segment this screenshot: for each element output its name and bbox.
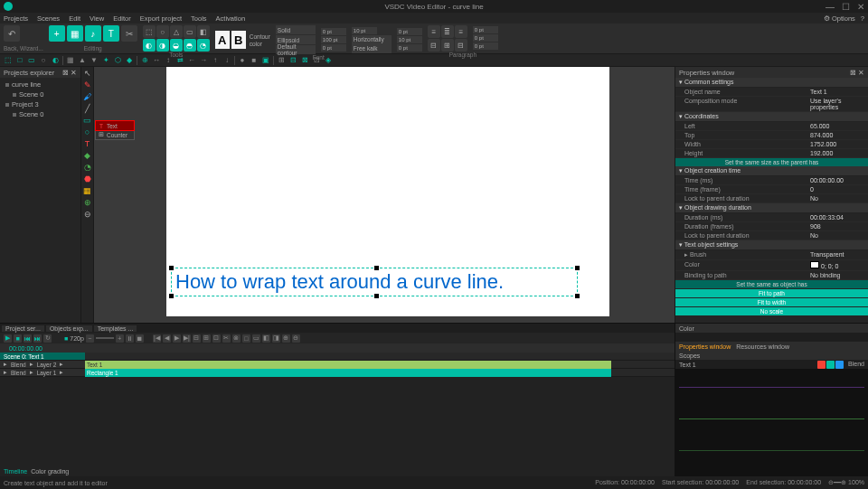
prop-value[interactable]: Use layer's properties	[810, 98, 864, 110]
same-size-button[interactable]: Set the same size as the parent has	[675, 158, 868, 166]
timeline-tab[interactable]: Timeline	[4, 468, 27, 475]
menu-tools[interactable]: Tools	[191, 14, 207, 23]
prop-value[interactable]: No	[810, 195, 864, 202]
size-spinner[interactable]: 10 pt	[397, 36, 422, 43]
next-button[interactable]: ⏭	[33, 334, 42, 343]
tool-icon[interactable]: ✦	[101, 56, 110, 65]
prop-value[interactable]: 0; 0; 0	[810, 261, 864, 269]
tool-icon[interactable]: ◔	[197, 39, 210, 52]
tool-icon[interactable]: ▦	[83, 186, 92, 195]
tl-button[interactable]: ◨	[272, 334, 280, 343]
ctx-menu-text[interactable]: TText	[96, 121, 134, 130]
align-icon[interactable]: ⊟	[455, 39, 467, 52]
size-spinner[interactable]: 100 pt	[321, 36, 346, 43]
tool-icon[interactable]: ⬣	[83, 174, 92, 183]
size-spinner[interactable]: 0 pt	[321, 44, 346, 52]
tool-icon[interactable]: ↔	[152, 56, 161, 65]
back-wizard-icon[interactable]: ↶	[4, 25, 20, 42]
tree-item[interactable]: Project 3	[2, 99, 79, 109]
tool-icon[interactable]: △	[170, 25, 183, 38]
minimize-button[interactable]: —	[826, 2, 835, 12]
tl-button[interactable]: □	[242, 334, 250, 343]
ellipse-tool-icon[interactable]: ○	[83, 127, 92, 136]
close-button[interactable]: ✕	[857, 2, 864, 12]
bottom-tab[interactable]: Templates ...	[94, 325, 137, 332]
tool-icon[interactable]: ⊡	[312, 56, 321, 65]
tl-button[interactable]: |◀	[153, 334, 161, 343]
tool-icon[interactable]: ⊠	[300, 56, 309, 65]
section-header[interactable]: ▾ Text object settings	[675, 240, 868, 250]
menu-edit[interactable]: Edit	[69, 14, 80, 23]
tool-icon[interactable]: ⇄	[175, 56, 184, 65]
fit-path-button[interactable]: Fit to path	[675, 289, 868, 297]
cursor-tool-icon[interactable]: ↖	[83, 69, 92, 78]
zoom-in-button[interactable]: +	[116, 334, 124, 343]
tl-button[interactable]: ✂	[222, 334, 231, 343]
text-object-selected[interactable]: How to wrap text around a curve line.	[171, 268, 578, 296]
tool-icon[interactable]: ▲	[78, 56, 87, 65]
horizontal-dropdown[interactable]: Horizontally	[352, 35, 392, 44]
tool-icon[interactable]: ▼	[90, 56, 99, 65]
resources-tab[interactable]: Properties window	[679, 343, 731, 350]
tool-icon[interactable]: ◈	[324, 56, 333, 65]
scopes-item[interactable]: Text 1	[679, 362, 696, 368]
prop-value[interactable]: 65.000	[810, 123, 864, 129]
panel-close-icon[interactable]: ⊠ ✕	[62, 69, 77, 77]
size-spinner[interactable]: 0 pt	[473, 34, 498, 42]
style-dropdown[interactable]: Default contour	[276, 45, 316, 54]
tool-icon[interactable]: ■	[250, 56, 259, 65]
panel-close-icon[interactable]: ⊠ ✕	[850, 69, 864, 77]
prop-value[interactable]: Text 1	[810, 89, 864, 95]
tool-icon[interactable]: ○	[156, 25, 169, 38]
section-header[interactable]: ▾ Object creation time	[675, 166, 868, 176]
text-style-b-button[interactable]: B	[231, 31, 246, 49]
tl-button[interactable]: ▶|	[183, 334, 191, 343]
status-zoom[interactable]: ⊖━━⊕ 100%	[828, 479, 864, 486]
prev-button[interactable]: ⏮	[24, 334, 32, 343]
tool-icon[interactable]: ◓	[184, 39, 196, 52]
menu-activation[interactable]: Activation	[216, 14, 246, 23]
menu-export-project[interactable]: Export project	[140, 14, 182, 23]
tool-icon[interactable]: ⬚	[143, 25, 156, 38]
pie-tool-icon[interactable]: ◔	[83, 163, 92, 172]
tool-icon[interactable]: ▣	[261, 56, 270, 65]
section-header[interactable]: ▾ Coordinates	[675, 112, 868, 122]
tool-icon[interactable]: ●	[238, 56, 247, 65]
size-spinner[interactable]: 0 pt	[473, 42, 498, 50]
align-icon[interactable]: ⊟	[428, 39, 440, 52]
cut-button[interactable]: ✂	[121, 25, 137, 42]
line-tool-icon[interactable]: ╱	[83, 104, 92, 113]
scene-title[interactable]: Scene 0: Text 1	[4, 353, 44, 360]
size-spinner[interactable]: 10 pt	[352, 27, 377, 34]
stop-button[interactable]: ■	[14, 334, 22, 343]
menu-scenes[interactable]: Scenes	[37, 14, 60, 23]
prop-value[interactable]: 0	[810, 186, 864, 193]
loop-button[interactable]: ↻	[43, 334, 52, 343]
prop-value[interactable]: 908	[810, 223, 864, 230]
blend-dropdown[interactable]: Blend	[11, 370, 26, 376]
tl-button[interactable]: ⊟	[193, 334, 201, 343]
tree-item[interactable]: Scene 0	[2, 89, 79, 99]
section-header[interactable]: ▾ Object drawing duration	[675, 203, 868, 213]
rect-tool-icon[interactable]: ▭	[83, 116, 92, 125]
pen-tool-icon[interactable]: ✎	[83, 80, 92, 89]
prop-value[interactable]: No binding	[810, 272, 864, 278]
prop-value[interactable]: 192.000	[810, 150, 864, 156]
timeline-clip[interactable]: Text 1	[85, 361, 611, 369]
text-style-a-button[interactable]: A	[215, 31, 230, 49]
timeline-clip[interactable]: Rectangle 1	[85, 369, 611, 377]
layer-dropdown[interactable]: Layer 2	[37, 362, 57, 368]
tool-icon[interactable]: ⊕	[140, 56, 149, 65]
align-icon[interactable]: ≣	[441, 25, 454, 38]
size-spinner[interactable]: 0 pt	[473, 26, 498, 33]
tool-icon[interactable]: ⊖	[83, 210, 92, 219]
blend-dropdown[interactable]: Blend	[11, 362, 26, 368]
tool-icon[interactable]: ←	[187, 56, 196, 65]
tl-button[interactable]: ◀	[163, 334, 171, 343]
tool-icon[interactable]: ↕	[164, 56, 173, 65]
tool-icon[interactable]: ◆	[125, 56, 134, 65]
prop-value[interactable]: 1752.000	[810, 141, 864, 147]
tl-button[interactable]: ▭	[252, 334, 260, 343]
tl-button[interactable]: ⊗	[232, 334, 241, 343]
resolution-label[interactable]: 720p	[70, 335, 84, 342]
